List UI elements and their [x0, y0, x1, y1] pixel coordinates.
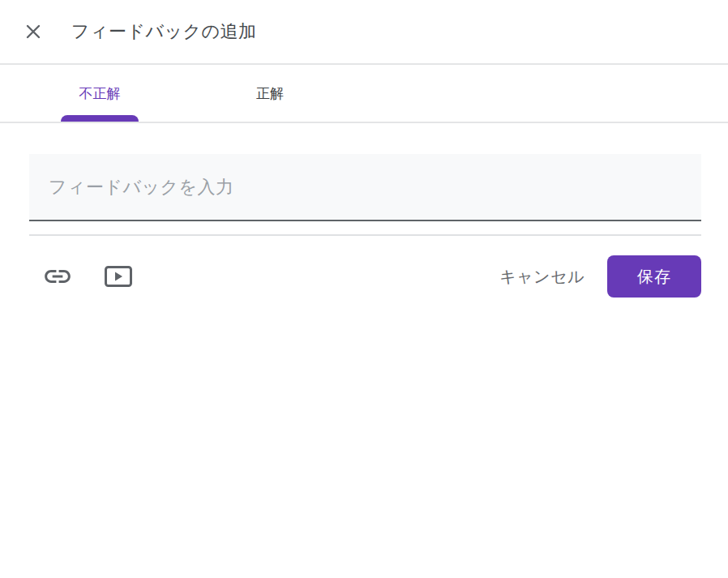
feedback-input[interactable] [29, 154, 701, 221]
insert-video-button[interactable] [103, 261, 134, 292]
actions-row: キャンセル 保存 [29, 255, 701, 298]
dialog-title: フィードバックの追加 [71, 19, 257, 44]
insert-link-icon [42, 261, 73, 292]
dialog-header: フィードバックの追加 [0, 0, 728, 65]
content-divider [29, 234, 701, 236]
tab-correct[interactable]: 正解 [185, 65, 355, 122]
insert-link-button[interactable] [42, 261, 73, 292]
feedback-tabs: 不正解 正解 [0, 65, 728, 123]
active-tab-indicator [61, 115, 139, 122]
close-button[interactable] [24, 22, 43, 41]
add-feedback-dialog: フィードバックの追加 不正解 正解 キャンセル 保存 [0, 0, 728, 578]
save-button[interactable]: 保存 [607, 255, 701, 298]
tab-incorrect-label: 不正解 [79, 84, 121, 103]
close-icon [24, 22, 43, 41]
tab-correct-label: 正解 [256, 84, 284, 103]
tab-incorrect[interactable]: 不正解 [15, 65, 185, 122]
cancel-button[interactable]: キャンセル [499, 259, 585, 294]
video-icon [105, 266, 132, 287]
